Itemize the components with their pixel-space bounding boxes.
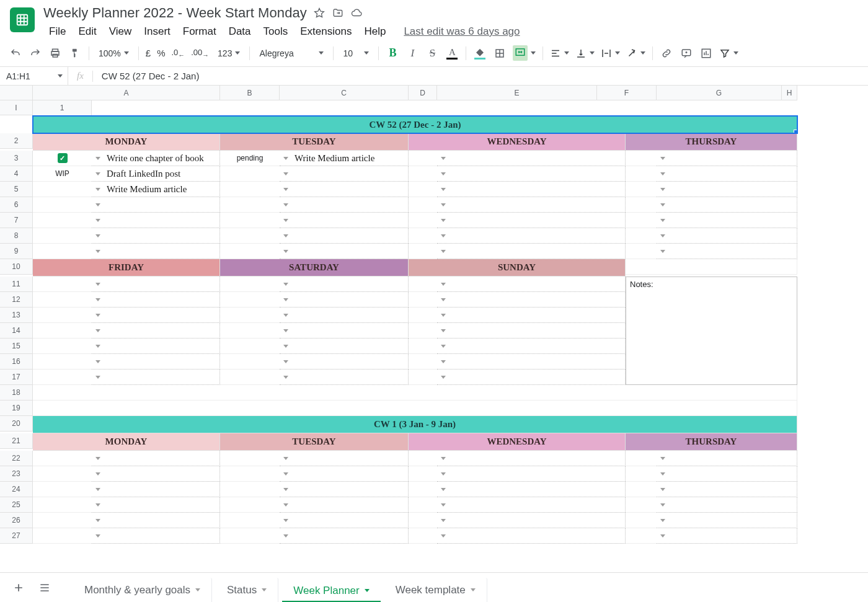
status-cell[interactable] xyxy=(220,451,280,466)
task-cell[interactable] xyxy=(280,292,409,308)
row-header[interactable]: 11 xyxy=(0,277,33,292)
task-cell[interactable] xyxy=(437,513,626,528)
menu-help[interactable]: Help xyxy=(358,24,391,40)
task-cell[interactable] xyxy=(280,451,409,466)
sheets-logo[interactable] xyxy=(10,7,35,32)
task-cell[interactable] xyxy=(437,213,626,228)
task-cell[interactable] xyxy=(280,166,409,182)
task-cell[interactable]: Write Medium article xyxy=(92,182,220,197)
task-cell[interactable]: Write one chapter of book xyxy=(92,151,220,166)
star-icon[interactable] xyxy=(313,7,326,19)
text-wrap-button[interactable] xyxy=(598,45,622,62)
status-cell[interactable] xyxy=(409,354,437,370)
vertical-align-button[interactable] xyxy=(573,45,597,62)
status-cell[interactable] xyxy=(220,166,280,182)
task-cell[interactable] xyxy=(280,308,409,323)
day-header[interactable]: FRIDAY xyxy=(33,259,220,277)
status-cell[interactable] xyxy=(33,339,92,354)
status-cell[interactable] xyxy=(626,151,657,166)
status-cell[interactable] xyxy=(33,182,92,197)
task-cell[interactable] xyxy=(280,277,409,292)
row-header[interactable]: 2 xyxy=(0,133,33,149)
day-header[interactable]: MONDAY xyxy=(33,133,220,151)
task-cell[interactable] xyxy=(280,213,409,228)
italic-button[interactable]: I xyxy=(403,44,422,63)
doc-title[interactable]: Weekly Planner 2022 - Week Start Monday xyxy=(43,5,307,21)
task-cell[interactable] xyxy=(437,339,626,354)
status-cell[interactable] xyxy=(220,182,280,197)
task-cell[interactable] xyxy=(92,213,220,228)
row-header[interactable]: 4 xyxy=(0,166,33,182)
status-cell[interactable] xyxy=(33,197,92,213)
status-cell[interactable] xyxy=(220,466,280,482)
row-header[interactable]: 5 xyxy=(0,182,33,197)
row-header[interactable]: 12 xyxy=(0,292,33,308)
task-cell[interactable] xyxy=(92,323,220,339)
menu-edit[interactable]: Edit xyxy=(73,24,102,40)
status-cell[interactable] xyxy=(409,244,437,259)
task-cell[interactable] xyxy=(92,244,220,259)
task-cell[interactable] xyxy=(657,182,797,197)
status-cell[interactable] xyxy=(220,213,280,228)
status-cell[interactable] xyxy=(409,339,437,354)
status-cell[interactable] xyxy=(33,323,92,339)
status-cell[interactable] xyxy=(626,528,657,544)
task-cell[interactable] xyxy=(92,277,220,292)
day-header[interactable]: THURSDAY xyxy=(626,433,797,451)
row-header[interactable]: 17 xyxy=(0,370,33,385)
sheet-tab[interactable]: Monthly & yearly goals xyxy=(73,578,212,603)
task-cell[interactable] xyxy=(437,292,626,308)
status-cell[interactable] xyxy=(409,370,437,385)
menu-view[interactable]: View xyxy=(104,24,138,40)
row-header[interactable]: 22 xyxy=(0,451,33,466)
task-cell[interactable] xyxy=(92,228,220,244)
status-cell[interactable] xyxy=(409,151,437,166)
text-rotation-button[interactable] xyxy=(624,45,648,62)
horizontal-align-button[interactable] xyxy=(547,45,572,62)
status-cell[interactable] xyxy=(220,354,280,370)
status-cell[interactable] xyxy=(220,528,280,544)
task-cell[interactable] xyxy=(280,323,409,339)
day-header[interactable]: THURSDAY xyxy=(626,133,797,151)
status-cell[interactable] xyxy=(220,482,280,497)
status-cell[interactable] xyxy=(409,482,437,497)
redo-icon[interactable] xyxy=(26,44,45,63)
day-header[interactable]: MONDAY xyxy=(33,433,220,451)
strikethrough-button[interactable]: S xyxy=(423,44,441,63)
row-header[interactable]: 19 xyxy=(0,401,33,416)
task-cell[interactable] xyxy=(437,370,626,385)
more-formats[interactable]: 123 xyxy=(213,45,245,62)
status-cell[interactable] xyxy=(409,292,437,308)
print-icon[interactable] xyxy=(46,44,64,63)
row-header[interactable]: 6 xyxy=(0,197,33,213)
task-cell[interactable] xyxy=(92,528,220,544)
task-cell[interactable] xyxy=(280,339,409,354)
task-cell[interactable] xyxy=(437,277,626,292)
task-cell[interactable] xyxy=(437,166,626,182)
currency-format[interactable]: £ xyxy=(143,48,153,58)
status-cell[interactable] xyxy=(33,528,92,544)
status-cell[interactable] xyxy=(220,513,280,528)
task-cell[interactable] xyxy=(92,308,220,323)
task-cell[interactable] xyxy=(280,354,409,370)
increase-decimal[interactable]: .00→ xyxy=(188,48,211,59)
row-header[interactable]: 13 xyxy=(0,308,33,323)
percent-format[interactable]: % xyxy=(154,48,167,58)
status-cell[interactable] xyxy=(220,292,280,308)
status-cell[interactable] xyxy=(626,497,657,513)
status-cell[interactable] xyxy=(220,370,280,385)
last-edit-link[interactable]: Last edit was 6 days ago xyxy=(404,25,520,38)
col-header[interactable]: I xyxy=(0,100,33,115)
row-header[interactable]: 7 xyxy=(0,213,33,228)
task-cell[interactable] xyxy=(437,244,626,259)
task-cell[interactable] xyxy=(437,528,626,544)
row-header[interactable]: 23 xyxy=(0,466,33,482)
task-cell[interactable] xyxy=(280,244,409,259)
row-header[interactable]: 27 xyxy=(0,528,33,544)
week-title-cell[interactable]: CW 1 (3 Jan - 9 Jan) xyxy=(33,416,797,433)
row-header[interactable]: 21 xyxy=(0,433,33,449)
decrease-decimal[interactable]: .0← xyxy=(169,48,188,59)
status-cell[interactable] xyxy=(33,466,92,482)
status-cell[interactable] xyxy=(409,528,437,544)
status-cell[interactable] xyxy=(33,451,92,466)
